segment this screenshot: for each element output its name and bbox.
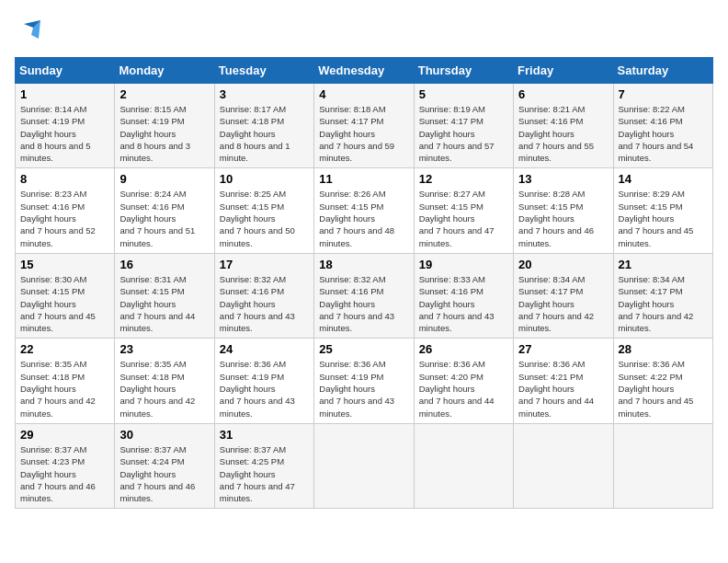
day-number: 6 — [518, 87, 608, 101]
day-detail: Sunrise: 8:21 AMSunset: 4:16 PMDaylight … — [518, 103, 608, 164]
daylight-label: Daylight hours — [619, 213, 675, 224]
calendar-cell: 8Sunrise: 8:23 AMSunset: 4:16 PMDaylight… — [16, 168, 115, 253]
day-number: 25 — [319, 342, 408, 356]
sunrise-text: Sunrise: 8:23 AM — [20, 189, 86, 199]
calendar-week-row: 29Sunrise: 8:37 AMSunset: 4:23 PMDayligh… — [16, 423, 713, 508]
daylight-label: Daylight hours — [220, 213, 276, 224]
daylight-value: and 7 hours and 46 minutes. — [119, 481, 195, 503]
day-number: 7 — [619, 87, 708, 101]
sunset-text: Sunset: 4:17 PM — [518, 286, 583, 296]
sunrise-text: Sunrise: 8:29 AM — [619, 189, 685, 199]
daylight-value: and 7 hours and 43 minutes. — [220, 396, 295, 418]
calendar-cell: 20Sunrise: 8:34 AMSunset: 4:17 PMDayligh… — [514, 253, 613, 338]
day-number: 18 — [319, 258, 408, 271]
sunset-text: Sunset: 4:15 PM — [419, 201, 483, 212]
day-detail: Sunrise: 8:18 AMSunset: 4:17 PMDaylight … — [319, 103, 408, 164]
sunset-text: Sunset: 4:16 PM — [319, 286, 383, 296]
sunset-text: Sunset: 4:25 PM — [220, 456, 284, 466]
calendar-cell: 19Sunrise: 8:33 AMSunset: 4:16 PMDayligh… — [414, 253, 513, 338]
column-header-friday: Friday — [514, 58, 613, 84]
sunset-text: Sunset: 4:16 PM — [20, 201, 85, 212]
daylight-label: Daylight hours — [20, 129, 76, 139]
day-number: 1 — [20, 87, 109, 101]
calendar-cell: 22Sunrise: 8:35 AMSunset: 4:18 PMDayligh… — [16, 339, 115, 423]
sunrise-text: Sunrise: 8:22 AM — [619, 104, 685, 114]
daylight-value: and 7 hours and 47 minutes. — [220, 481, 295, 503]
daylight-value: and 7 hours and 50 minutes. — [220, 225, 295, 247]
day-number: 14 — [619, 172, 708, 186]
calendar-cell: 28Sunrise: 8:36 AMSunset: 4:22 PMDayligh… — [613, 339, 712, 423]
sunrise-text: Sunrise: 8:24 AM — [119, 189, 186, 199]
calendar-cell: 2Sunrise: 8:15 AMSunset: 4:19 PMDaylight… — [115, 84, 214, 168]
sunset-text: Sunset: 4:16 PM — [419, 286, 483, 296]
sunset-text: Sunset: 4:18 PM — [119, 372, 184, 382]
svg-rect-0 — [15, 15, 48, 48]
day-number: 27 — [518, 342, 608, 356]
daylight-value: and 7 hours and 45 minutes. — [619, 396, 694, 418]
sunrise-text: Sunrise: 8:32 AM — [319, 274, 385, 284]
day-number: 9 — [119, 172, 209, 186]
sunrise-text: Sunrise: 8:36 AM — [419, 359, 485, 369]
daylight-label: Daylight hours — [119, 384, 176, 394]
day-detail: Sunrise: 8:24 AMSunset: 4:16 PMDaylight … — [119, 188, 209, 248]
sunset-text: Sunset: 4:20 PM — [419, 372, 483, 382]
logo — [15, 15, 53, 48]
day-number: 24 — [220, 342, 309, 356]
calendar-cell: 30Sunrise: 8:37 AMSunset: 4:24 PMDayligh… — [115, 423, 214, 508]
day-number: 21 — [619, 258, 708, 271]
calendar-cell: 25Sunrise: 8:36 AMSunset: 4:19 PMDayligh… — [314, 339, 414, 423]
calendar-cell: 12Sunrise: 8:27 AMSunset: 4:15 PMDayligh… — [414, 168, 513, 253]
day-detail: Sunrise: 8:33 AMSunset: 4:16 PMDaylight … — [419, 273, 508, 334]
sunrise-text: Sunrise: 8:36 AM — [518, 359, 585, 369]
column-header-sunday: Sunday — [16, 58, 115, 84]
sunset-text: Sunset: 4:19 PM — [319, 372, 383, 382]
daylight-value: and 7 hours and 43 minutes. — [220, 311, 295, 333]
day-detail: Sunrise: 8:30 AMSunset: 4:15 PMDaylight … — [20, 273, 109, 334]
sunrise-text: Sunrise: 8:14 AM — [20, 104, 86, 114]
day-number: 17 — [220, 258, 309, 271]
sunset-text: Sunset: 4:15 PM — [619, 201, 683, 212]
daylight-label: Daylight hours — [220, 469, 276, 479]
sunrise-text: Sunrise: 8:34 AM — [518, 274, 585, 284]
day-detail: Sunrise: 8:34 AMSunset: 4:17 PMDaylight … — [619, 273, 708, 334]
sunset-text: Sunset: 4:17 PM — [319, 116, 383, 126]
sunrise-text: Sunrise: 8:36 AM — [319, 359, 385, 369]
logo-icon — [15, 15, 48, 48]
daylight-value: and 7 hours and 48 minutes. — [319, 225, 394, 247]
day-detail: Sunrise: 8:29 AMSunset: 4:15 PMDaylight … — [619, 188, 708, 248]
day-detail: Sunrise: 8:31 AMSunset: 4:15 PMDaylight … — [119, 273, 209, 334]
day-detail: Sunrise: 8:37 AMSunset: 4:25 PMDaylight … — [220, 443, 309, 504]
daylight-value: and 7 hours and 45 minutes. — [619, 225, 694, 247]
daylight-label: Daylight hours — [319, 384, 375, 394]
sunset-text: Sunset: 4:15 PM — [319, 201, 383, 212]
day-detail: Sunrise: 8:19 AMSunset: 4:17 PMDaylight … — [419, 103, 508, 164]
day-detail: Sunrise: 8:34 AMSunset: 4:17 PMDaylight … — [518, 273, 608, 334]
daylight-label: Daylight hours — [518, 129, 574, 139]
sunrise-text: Sunrise: 8:17 AM — [220, 104, 286, 114]
column-header-tuesday: Tuesday — [214, 58, 313, 84]
sunrise-text: Sunrise: 8:25 AM — [220, 189, 286, 199]
daylight-label: Daylight hours — [20, 384, 76, 394]
day-number: 28 — [619, 342, 708, 356]
day-number: 31 — [220, 428, 309, 442]
daylight-value: and 7 hours and 55 minutes. — [518, 141, 594, 163]
sunset-text: Sunset: 4:19 PM — [20, 116, 85, 126]
sunrise-text: Sunrise: 8:30 AM — [20, 274, 86, 284]
day-detail: Sunrise: 8:35 AMSunset: 4:18 PMDaylight … — [119, 358, 209, 419]
daylight-label: Daylight hours — [119, 213, 176, 224]
day-number: 16 — [119, 258, 209, 271]
sunrise-text: Sunrise: 8:35 AM — [119, 359, 186, 369]
daylight-label: Daylight hours — [419, 299, 475, 309]
sunset-text: Sunset: 4:16 PM — [619, 116, 683, 126]
sunrise-text: Sunrise: 8:26 AM — [319, 189, 385, 199]
daylight-value: and 7 hours and 43 minutes. — [319, 396, 394, 418]
daylight-label: Daylight hours — [220, 299, 276, 309]
daylight-label: Daylight hours — [220, 384, 276, 394]
daylight-value: and 7 hours and 42 minutes. — [518, 311, 594, 333]
day-number: 29 — [20, 428, 109, 442]
daylight-label: Daylight hours — [518, 213, 574, 224]
sunrise-text: Sunrise: 8:34 AM — [619, 274, 685, 284]
daylight-value: and 7 hours and 47 minutes. — [419, 225, 495, 247]
sunrise-text: Sunrise: 8:19 AM — [419, 104, 485, 114]
calendar-cell: 13Sunrise: 8:28 AMSunset: 4:15 PMDayligh… — [514, 168, 613, 253]
